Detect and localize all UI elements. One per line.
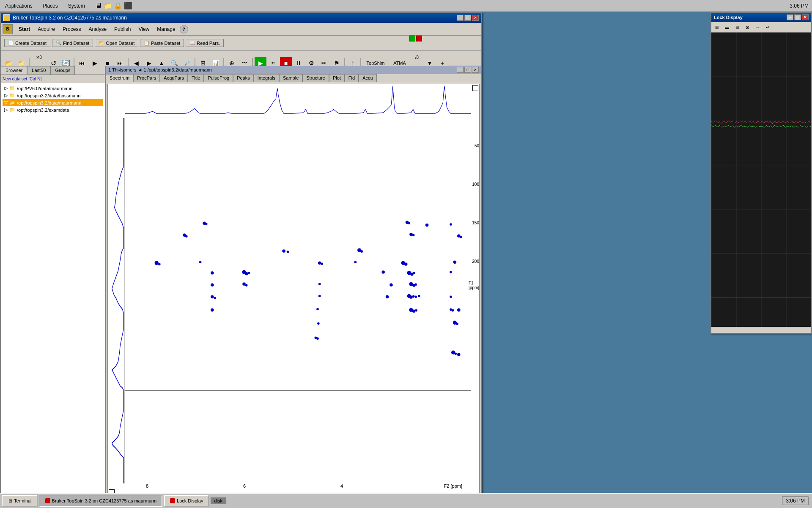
tab-acqu[interactable]: Acqu: [359, 74, 377, 82]
tab-procpars[interactable]: ProcPars: [133, 74, 160, 82]
lock-window-title-text: Lock Display: [714, 15, 743, 20]
menu-manage[interactable]: Manage: [154, 25, 178, 33]
indicator-green: [409, 36, 415, 41]
maximize-button[interactable]: □: [464, 15, 471, 21]
svg-point-19: [318, 261, 321, 265]
tab-plot[interactable]: Plot: [329, 74, 345, 82]
tab-pulseprog[interactable]: PulseProg: [204, 74, 233, 82]
lock-minimize[interactable]: ─: [787, 14, 793, 20]
taskbar-top-icon-1[interactable]: 🖥: [95, 2, 102, 10]
open-dataset-button[interactable]: 📂 Open Dataset: [95, 39, 138, 47]
svg-point-53: [316, 308, 319, 310]
taskbar-top-item-system[interactable]: System: [65, 2, 88, 10]
lock-toolbar-arrow[interactable]: →: [753, 23, 762, 31]
f1-tick-50: 50: [475, 144, 479, 148]
menu-analyse[interactable]: Analyse: [85, 25, 110, 33]
app-logo: B: [3, 24, 13, 34]
f2-tick-6: 6: [243, 483, 246, 489]
2d-plot-area[interactable]: [125, 118, 471, 483]
lock-maximize[interactable]: □: [794, 14, 801, 20]
taskbar-lock-display[interactable]: Lock Display: [164, 495, 209, 507]
lock-toolbar-enter[interactable]: ↵: [763, 23, 772, 31]
lock-close[interactable]: ✕: [802, 14, 809, 20]
tree-item-bossmann[interactable]: ▷ 📁 /opt/topspin3.2/data/bossmann: [3, 92, 103, 99]
taskbar-top-icon-3[interactable]: 🔒: [114, 2, 122, 10]
taskbar-top-icon-4[interactable]: ⬛: [124, 2, 132, 10]
taskbar-top-item-places[interactable]: Places: [39, 2, 61, 10]
menu-publish[interactable]: Publish: [111, 25, 134, 33]
tab-acqupars[interactable]: AcquPars: [160, 74, 188, 82]
tab-fid[interactable]: Fid: [345, 74, 359, 82]
svg-point-45: [386, 295, 389, 298]
svg-point-35: [242, 282, 246, 286]
div8-btn[interactable]: /8: [411, 51, 423, 63]
taskbar-top-item-applications[interactable]: Applications: [2, 2, 36, 10]
tree-item-maurmann[interactable]: ▽ 📂 /opt/topspin3.2/data/maurmann: [3, 99, 103, 106]
paste-dataset-button[interactable]: 📋 Paste Dataset: [140, 39, 184, 47]
tree-expand-icon-3: ▽: [4, 100, 8, 105]
svg-point-5: [450, 223, 452, 226]
lock-toolbar-bar[interactable]: ▬: [722, 23, 732, 31]
menu-acquire[interactable]: Acquire: [34, 25, 58, 33]
taskbar-topspin[interactable]: Bruker TopSpin 3.2 on CZC4125775 as maur…: [39, 495, 162, 507]
tree-folder-icon-3: 📂: [9, 100, 15, 105]
tab-integrals[interactable]: Integrals: [254, 74, 279, 82]
minimize-button[interactable]: ─: [457, 15, 464, 21]
tree-folder-icon: 📁: [9, 86, 15, 91]
new-dataset-hint[interactable]: New data set [Ctrl N]: [1, 75, 105, 83]
tab-structure[interactable]: Structure: [302, 74, 329, 82]
tab-groups[interactable]: Groups: [50, 66, 75, 75]
spectrum-close[interactable]: ✕: [472, 67, 479, 73]
menu-process[interactable]: Process: [59, 25, 84, 33]
taskbar-terminal[interactable]: 🖥 Terminal: [2, 495, 38, 507]
terminal-icon: 🖥: [8, 498, 12, 503]
top-projection-svg: [125, 84, 471, 118]
tab-browser[interactable]: Browser: [1, 66, 27, 75]
tab-sample[interactable]: Sample: [279, 74, 302, 82]
tab-last50[interactable]: Last50: [27, 66, 50, 75]
lock-toolbar-grid1[interactable]: ⊞: [712, 23, 721, 31]
f2-tick-4: 4: [340, 483, 343, 489]
close-button[interactable]: ✕: [472, 15, 479, 21]
plot-checkbox-tr[interactable]: [472, 85, 478, 91]
topspin-taskbar-label: Bruker TopSpin 3.2 on CZC4125775 as maur…: [52, 498, 156, 503]
tree-item-pv6[interactable]: ▷ 📁 /opt/PV6.0/data/maurmann: [3, 85, 103, 92]
svg-point-50: [418, 295, 420, 297]
create-dataset-icon: 📄: [8, 40, 14, 46]
spectrum-minimize[interactable]: ─: [457, 67, 464, 73]
tree-item-examdata[interactable]: ▷ 📁 /opt/topspin3.2/examdata: [3, 106, 103, 113]
svg-point-8: [409, 233, 413, 236]
content-area: Browser Last50 Groups New data set [Ctrl…: [1, 66, 481, 498]
tab-title[interactable]: Title: [188, 74, 204, 82]
svg-point-13: [287, 251, 289, 253]
svg-point-60: [317, 322, 320, 325]
disk-icon: disk: [211, 497, 226, 504]
left-projection-svg: [108, 118, 124, 483]
menu-start[interactable]: Start: [15, 25, 33, 33]
f1-tick-200: 200: [472, 259, 479, 264]
window-title: Bruker TopSpin 3.2 on CZC4125775 as maur…: [13, 15, 127, 21]
clock-display: 3:06 PM: [790, 3, 809, 9]
create-dataset-button[interactable]: 📄 Create Dataset: [4, 39, 50, 47]
svg-point-38: [390, 283, 393, 287]
svg-point-28: [248, 272, 250, 274]
multiply-x8-btn[interactable]: ✕8: [31, 51, 47, 63]
window-titlebar: Bruker TopSpin 3.2 on CZC4125775 as maur…: [1, 13, 481, 23]
spectrum-title: 1 Thi-isomers ◄ 1 /opt/topspin3.2/data/m…: [108, 67, 212, 72]
lock-toolbar-grid2[interactable]: ⊟: [732, 23, 742, 31]
menu-view[interactable]: View: [135, 25, 153, 33]
spectrum-tab-bar: Spectrum ProcPars AcquPars Title PulsePr…: [106, 74, 481, 82]
help-button[interactable]: ?: [180, 25, 188, 33]
svg-point-58: [452, 309, 454, 312]
find-dataset-button[interactable]: 🔍 Find Dataset: [52, 39, 93, 47]
disk-label: disk: [214, 498, 222, 503]
taskbar-top-icon-2[interactable]: 📁: [104, 2, 112, 10]
main-window: Bruker TopSpin 3.2 on CZC4125775 as maur…: [0, 12, 482, 501]
tab-peaks[interactable]: Peaks: [233, 74, 254, 82]
spectrum-maximize[interactable]: □: [464, 67, 471, 73]
lock-toolbar-grid3[interactable]: ⊠: [743, 23, 752, 31]
tab-spectrum[interactable]: Spectrum: [106, 74, 133, 82]
svg-point-43: [214, 297, 217, 299]
browser-tab-bar: Browser Last50 Groups: [1, 66, 105, 75]
read-pars-button[interactable]: 📖 Read Pars.: [186, 39, 224, 47]
